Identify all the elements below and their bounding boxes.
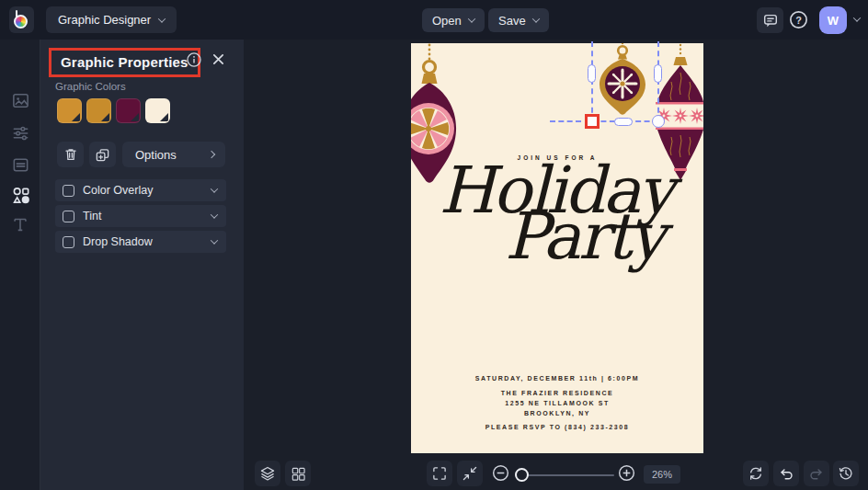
svg-text:?: ? bbox=[795, 15, 802, 26]
selection-handle-right[interactable] bbox=[654, 64, 662, 83]
history-button[interactable] bbox=[833, 461, 859, 486]
zoom-slider-handle[interactable] bbox=[515, 468, 529, 482]
graphic-colors-label: Graphic Colors bbox=[55, 81, 126, 92]
feedback-button[interactable] bbox=[757, 7, 783, 33]
graphic-properties-panel: Graphic Properties Graphic Colors Option… bbox=[40, 40, 244, 490]
befunky-logo[interactable] bbox=[9, 6, 34, 33]
color-swatch-4[interactable] bbox=[145, 98, 170, 123]
close-panel-button[interactable] bbox=[211, 52, 225, 66]
tint-checkbox[interactable] bbox=[63, 211, 74, 222]
card-title[interactable]: Holiday Party bbox=[411, 161, 703, 267]
redo-button[interactable] bbox=[804, 461, 829, 486]
selection-handle-highlighted[interactable] bbox=[585, 114, 600, 129]
chevron-down-icon bbox=[211, 211, 218, 218]
rail-item-edit[interactable] bbox=[0, 117, 40, 148]
toggle-label: Tint bbox=[83, 210, 211, 222]
minus-circle-icon bbox=[491, 463, 510, 483]
fullscreen-button[interactable] bbox=[427, 461, 452, 486]
chevron-down-icon bbox=[211, 185, 218, 192]
selection-handle-corner[interactable] bbox=[652, 115, 665, 128]
refresh-button[interactable] bbox=[743, 461, 769, 486]
pages-button[interactable] bbox=[285, 461, 311, 486]
selection-handle-left[interactable] bbox=[588, 64, 596, 83]
zoom-percent-badge[interactable]: 26% bbox=[644, 465, 680, 484]
toggle-label: Drop Shadow bbox=[83, 235, 211, 248]
collapse-arrows-icon bbox=[462, 465, 478, 482]
options-button-label: Options bbox=[135, 148, 177, 162]
toggle-row-drop-shadow[interactable]: Drop Shadow bbox=[55, 231, 226, 253]
card-city[interactable]: BROOKLYN, NY bbox=[411, 410, 703, 416]
tools-rail bbox=[0, 40, 40, 490]
color-swatch-2[interactable] bbox=[86, 98, 111, 123]
selection-handle-bottom[interactable] bbox=[614, 118, 633, 126]
rail-item-text[interactable] bbox=[0, 209, 40, 240]
layers-icon bbox=[259, 465, 276, 482]
duplicate-button[interactable] bbox=[89, 142, 116, 167]
color-overlay-checkbox[interactable] bbox=[63, 185, 74, 197]
color-swatch-1[interactable] bbox=[57, 98, 82, 123]
redo-icon bbox=[808, 465, 825, 482]
zoom-slider[interactable] bbox=[515, 474, 614, 476]
color-swatch-3[interactable] bbox=[116, 98, 141, 123]
duplicate-icon bbox=[95, 147, 110, 163]
ornament-gold-selected[interactable] bbox=[596, 43, 651, 120]
open-button[interactable]: Open bbox=[422, 8, 485, 32]
chevron-down-icon bbox=[211, 236, 218, 244]
layers-button[interactable] bbox=[255, 461, 280, 486]
refresh-icon bbox=[748, 465, 764, 482]
zoom-out-button[interactable] bbox=[491, 463, 510, 483]
top-bar: Graphic Designer Open Save ? W bbox=[0, 0, 868, 40]
card-address[interactable]: 1255 NE TILLAMOOK ST bbox=[411, 400, 703, 406]
card-rsvp[interactable]: PLEASE RSVP TO (834) 233-2308 bbox=[411, 424, 703, 430]
info-button[interactable] bbox=[186, 51, 202, 68]
help-icon: ? bbox=[787, 8, 810, 31]
selection-guide-dash bbox=[550, 120, 581, 122]
plus-circle-icon bbox=[617, 463, 636, 483]
chevron-right-icon bbox=[208, 151, 215, 158]
zoom-in-button[interactable] bbox=[617, 463, 636, 483]
panel-title: Graphic Properties bbox=[61, 54, 188, 70]
trash-icon bbox=[63, 147, 78, 162]
card-venue[interactable]: THE FRAZIER RESIDENCE bbox=[411, 390, 703, 396]
toggle-label: Color Overlay bbox=[83, 184, 211, 197]
chevron-down-icon bbox=[158, 15, 166, 22]
chevron-down-icon bbox=[468, 15, 475, 22]
drop-shadow-checkbox[interactable] bbox=[63, 236, 74, 248]
rail-item-graphics[interactable] bbox=[0, 179, 40, 211]
account-chevron-down-icon[interactable] bbox=[853, 14, 861, 21]
history-icon bbox=[838, 465, 854, 482]
grid-icon bbox=[291, 466, 306, 482]
options-button[interactable]: Options bbox=[122, 142, 225, 167]
rail-item-templates[interactable] bbox=[0, 149, 40, 180]
fullscreen-icon bbox=[431, 465, 448, 482]
help-button[interactable]: ? bbox=[787, 8, 810, 31]
delete-button[interactable] bbox=[57, 142, 84, 167]
user-avatar[interactable]: W bbox=[819, 6, 847, 34]
toggle-row-tint[interactable]: Tint bbox=[55, 205, 226, 227]
mode-selector[interactable]: Graphic Designer bbox=[46, 6, 177, 33]
layout-icon bbox=[11, 155, 30, 175]
zoom-percent-value: 26% bbox=[652, 469, 672, 480]
invitation-card[interactable]: JOIN US FOR A Holiday Party SATURDAY, DE… bbox=[411, 43, 703, 453]
save-button[interactable]: Save bbox=[488, 8, 549, 32]
fit-to-screen-button[interactable] bbox=[457, 461, 483, 486]
chat-bubble-icon bbox=[762, 12, 779, 28]
card-datetime[interactable]: SATURDAY, DECEMBER 11th | 6:00PM bbox=[411, 375, 703, 382]
text-icon bbox=[11, 215, 29, 234]
info-icon bbox=[186, 51, 202, 68]
open-button-label: Open bbox=[432, 14, 462, 28]
logo-color-wheel-icon bbox=[14, 15, 28, 28]
mode-selector-label: Graphic Designer bbox=[58, 13, 151, 27]
undo-button[interactable] bbox=[773, 461, 799, 486]
undo-icon bbox=[778, 465, 794, 482]
close-icon bbox=[211, 52, 225, 66]
avatar-initial: W bbox=[828, 14, 839, 28]
annotation-highlight-box: Graphic Properties bbox=[49, 48, 200, 77]
chevron-down-icon bbox=[531, 15, 539, 22]
image-icon bbox=[11, 91, 30, 110]
toggle-row-color-overlay[interactable]: Color Overlay bbox=[55, 179, 226, 201]
rail-item-image-manager[interactable] bbox=[0, 85, 40, 116]
shapes-icon bbox=[10, 185, 31, 206]
sliders-icon bbox=[11, 123, 30, 142]
save-button-label: Save bbox=[498, 14, 526, 28]
